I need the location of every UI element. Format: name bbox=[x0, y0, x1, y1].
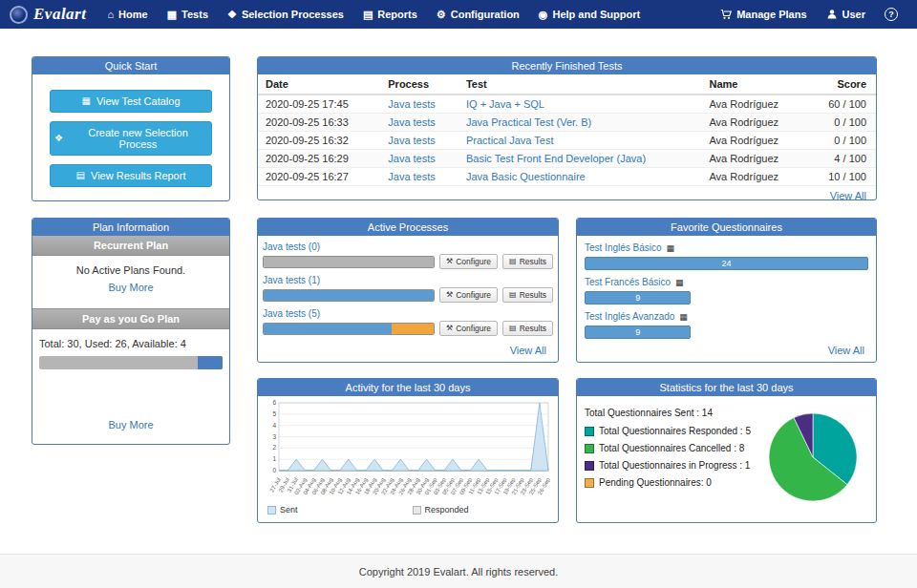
table-body: 2020-09-25 17:45Java testsIQ + Java + SQ… bbox=[258, 94, 876, 186]
process-row: ⚒Configure▤Results bbox=[263, 287, 553, 303]
panel-title: Recently Finished Tests bbox=[258, 57, 876, 74]
nav-item-label: Manage Plans bbox=[736, 9, 806, 20]
view-test-catalog-button[interactable]: ▦View Test Catalog bbox=[50, 90, 212, 113]
results-button[interactable]: ▤Results bbox=[502, 287, 553, 303]
brand-text: Evalart bbox=[33, 5, 86, 24]
nav-item-reports[interactable]: ▤Reports bbox=[353, 0, 427, 29]
nav-item-configuration[interactable]: ⚙Configuration bbox=[427, 0, 529, 29]
process-link[interactable]: Java tests bbox=[388, 153, 436, 164]
reports-icon: ▤ bbox=[363, 10, 373, 20]
name-cell: Ava Rodríguez bbox=[701, 150, 806, 168]
test-cell: Java Practical Test (Ver. B) bbox=[458, 114, 702, 132]
buy-more-link[interactable]: Buy More bbox=[32, 276, 229, 299]
test-link[interactable]: Java Practical Test (Ver. B) bbox=[466, 116, 591, 128]
button-label: Results bbox=[520, 290, 546, 300]
nav-item-user[interactable]: User bbox=[817, 0, 875, 29]
column-header-date: Date bbox=[258, 74, 380, 94]
view-all-link[interactable]: View All bbox=[501, 341, 556, 360]
progress-segment bbox=[264, 257, 434, 267]
nav-right: Manage Plans User ? bbox=[711, 0, 907, 29]
report-icon: ▤ bbox=[76, 171, 85, 180]
favorite-questionnaire-item: Test Inglés Avanzado▦9 bbox=[577, 304, 876, 339]
chart-icon: ▤ bbox=[509, 291, 517, 299]
process-progress-bar bbox=[263, 323, 435, 335]
table-row: 2020-09-25 16:27Java testsJava Basic Que… bbox=[258, 168, 876, 186]
legend-label: Sent bbox=[280, 505, 298, 514]
results-button[interactable]: ▤Results bbox=[502, 254, 553, 269]
plan-usage-available-segment bbox=[198, 356, 223, 369]
evalart-logo[interactable]: Evalart bbox=[10, 5, 86, 24]
configure-button[interactable]: ⚒Configure bbox=[439, 321, 498, 336]
buy-more-link[interactable]: Buy More bbox=[32, 413, 229, 436]
nav-menu: ⌂Home▦Tests❖Selection Processes▤Reports⚙… bbox=[97, 0, 650, 29]
process-cell: Java tests bbox=[380, 114, 458, 132]
column-header-name: Name bbox=[701, 74, 806, 94]
test-link[interactable]: Practical Java Test bbox=[466, 135, 554, 146]
test-link[interactable]: IQ + Java + SQL bbox=[466, 98, 544, 110]
statistics-body: Total Questionnaires Sent : 14 Total Que… bbox=[577, 396, 876, 509]
progress-segment bbox=[392, 324, 435, 334]
process-progress-bar bbox=[263, 256, 435, 268]
column-header-process: Process bbox=[380, 74, 458, 94]
questionnaire-label-row: Test Inglés Básico▦ bbox=[585, 241, 868, 254]
nav-item-help-and-support[interactable]: ◉Help and Support bbox=[529, 0, 650, 29]
nav-item-selection-processes[interactable]: ❖Selection Processes bbox=[218, 0, 353, 29]
nav-item-home[interactable]: ⌂Home bbox=[97, 0, 157, 29]
process-link[interactable]: Java tests (0) bbox=[263, 242, 320, 252]
recently-finished-tests-panel: Recently Finished Tests DateProcessTestN… bbox=[257, 56, 877, 200]
questionnaire-link[interactable]: Test Inglés Avanzado bbox=[585, 311, 674, 322]
table-row: 2020-09-25 16:33Java testsJava Practical… bbox=[258, 114, 876, 132]
legend-entry-sent: Sent bbox=[267, 505, 298, 514]
legend-entry-responded: Responded bbox=[413, 505, 469, 514]
recent-tests-table: DateProcessTestNameScore 2020-09-25 17:4… bbox=[258, 74, 876, 186]
nav-item-manage-plans[interactable]: Manage Plans bbox=[711, 0, 816, 29]
test-link[interactable]: Basic Test Front End Developer (Java) bbox=[466, 153, 646, 164]
process-link[interactable]: Java tests (5) bbox=[263, 308, 320, 319]
process-link[interactable]: Java tests bbox=[388, 98, 436, 110]
process-link[interactable]: Java tests bbox=[388, 116, 436, 128]
panel-title: Active Processes bbox=[258, 219, 558, 236]
nav-item-tests[interactable]: ▦Tests bbox=[158, 0, 218, 29]
panel-title: Plan Information bbox=[32, 219, 229, 236]
test-link[interactable]: Java Basic Questionnaire bbox=[466, 171, 586, 182]
total-sent-text: Total Questionnaires Sent : 14 bbox=[585, 408, 765, 418]
nav-item-label: Reports bbox=[377, 9, 417, 20]
series-responded bbox=[279, 414, 548, 471]
configure-button[interactable]: ⚒Configure bbox=[439, 254, 498, 269]
y-tick-label: 1 bbox=[272, 455, 276, 462]
process-link[interactable]: Java tests bbox=[388, 171, 436, 182]
nav-item-help-circle[interactable]: ? bbox=[875, 0, 907, 29]
responded-swatch bbox=[413, 506, 421, 514]
chart-icon: ▤ bbox=[509, 258, 517, 265]
results-button[interactable]: ▤Results bbox=[502, 321, 553, 336]
view-all-link[interactable]: View All bbox=[258, 186, 876, 200]
view-results-report-button[interactable]: ▤View Results Report bbox=[50, 164, 212, 187]
configure-button[interactable]: ⚒Configure bbox=[439, 287, 498, 303]
progress-segment bbox=[264, 290, 434, 301]
gear-icon: ⚙ bbox=[437, 10, 446, 20]
create-new-selection-process-button[interactable]: ❖Create new Selection Process bbox=[50, 121, 212, 156]
evalart-logo-icon bbox=[10, 6, 28, 24]
process-link[interactable]: Java tests (1) bbox=[263, 275, 320, 285]
cabinet-icon: ▦ bbox=[675, 278, 684, 287]
name-cell: Ava Rodríguez bbox=[701, 168, 806, 186]
process-link[interactable]: Java tests bbox=[388, 135, 436, 146]
table-row: 2020-09-25 16:32Java testsPractical Java… bbox=[258, 132, 876, 150]
legend-item: Pending Questionnaires: 0 bbox=[585, 477, 765, 488]
questionnaire-link[interactable]: Test Francés Básico bbox=[585, 277, 671, 287]
nav-item-label: Tests bbox=[181, 9, 208, 20]
button-label: Results bbox=[520, 324, 546, 333]
test-cell: Basic Test Front End Developer (Java) bbox=[458, 150, 702, 168]
legend-swatch bbox=[585, 461, 594, 471]
y-tick-label: 6 bbox=[272, 399, 276, 406]
button-label: Configure bbox=[456, 257, 491, 266]
view-all-link[interactable]: View All bbox=[819, 341, 874, 360]
plan-information-panel: Plan Information Recurrent Plan No Activ… bbox=[32, 218, 230, 445]
wrench-icon: ⚒ bbox=[446, 291, 453, 299]
date-cell: 2020-09-25 17:45 bbox=[258, 94, 380, 114]
button-label: Results bbox=[520, 257, 546, 266]
column-header-test: Test bbox=[458, 74, 702, 94]
questionnaire-link[interactable]: Test Inglés Básico bbox=[585, 242, 662, 253]
paygo-plan-header: Pay as you Go Plan bbox=[32, 308, 229, 329]
selection-process-icon: ❖ bbox=[54, 134, 63, 143]
